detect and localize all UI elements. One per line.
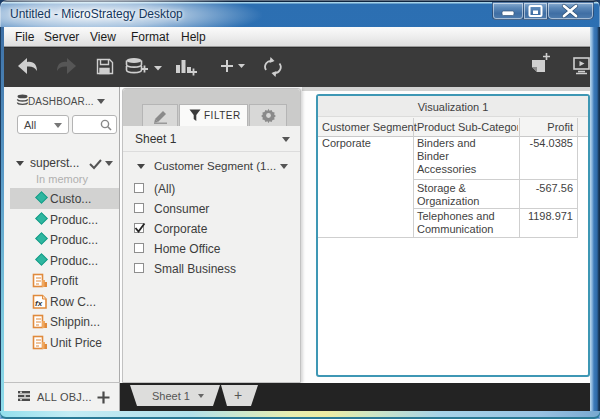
svg-text:fx: fx (35, 299, 43, 308)
